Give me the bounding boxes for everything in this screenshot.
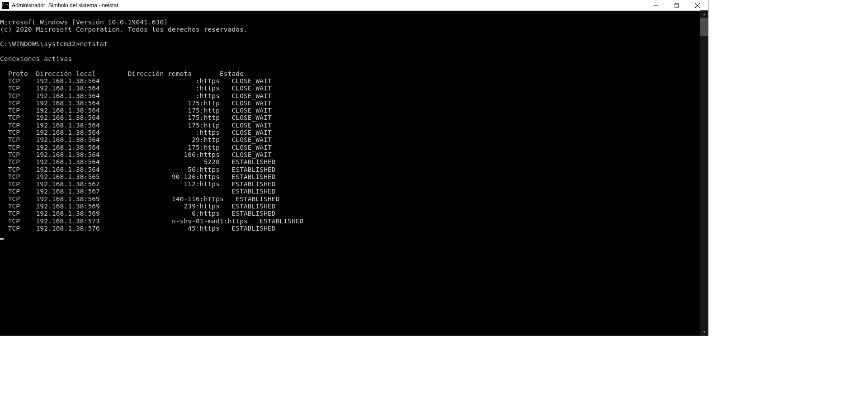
cmd-icon: C:\ bbox=[2, 2, 9, 9]
terminal-body[interactable]: Microsoft Windows [Versión 10.0.19041.63… bbox=[0, 11, 708, 335]
window-controls bbox=[646, 0, 708, 10]
minimize-button[interactable] bbox=[646, 0, 666, 10]
close-button[interactable] bbox=[687, 0, 708, 10]
svg-rect-1 bbox=[675, 4, 678, 8]
close-icon bbox=[695, 3, 700, 8]
maximize-button[interactable] bbox=[666, 0, 687, 10]
svg-marker-5 bbox=[703, 331, 706, 333]
chevron-up-icon bbox=[703, 13, 706, 16]
titlebar[interactable]: C:\ Administrador: Símbolo del sistema -… bbox=[0, 0, 708, 11]
vertical-scrollbar[interactable] bbox=[700, 10, 708, 335]
terminal-cursor bbox=[0, 238, 4, 240]
command-prompt-window: C:\ Administrador: Símbolo del sistema -… bbox=[0, 0, 708, 335]
scrollbar-track[interactable] bbox=[700, 18, 708, 328]
scrollbar-thumb[interactable] bbox=[700, 18, 708, 36]
terminal-output: Microsoft Windows [Versión 10.0.19041.63… bbox=[0, 19, 708, 240]
scrollbar-up-button[interactable] bbox=[700, 10, 708, 18]
minimize-icon bbox=[654, 3, 658, 8]
maximize-icon bbox=[675, 3, 679, 8]
window-title: Administrador: Símbolo del sistema - net… bbox=[12, 2, 646, 9]
cmd-icon-text: C:\ bbox=[2, 4, 9, 7]
scrollbar-down-button[interactable] bbox=[700, 328, 708, 335]
chevron-down-icon bbox=[703, 330, 706, 334]
svg-marker-4 bbox=[703, 14, 706, 15]
